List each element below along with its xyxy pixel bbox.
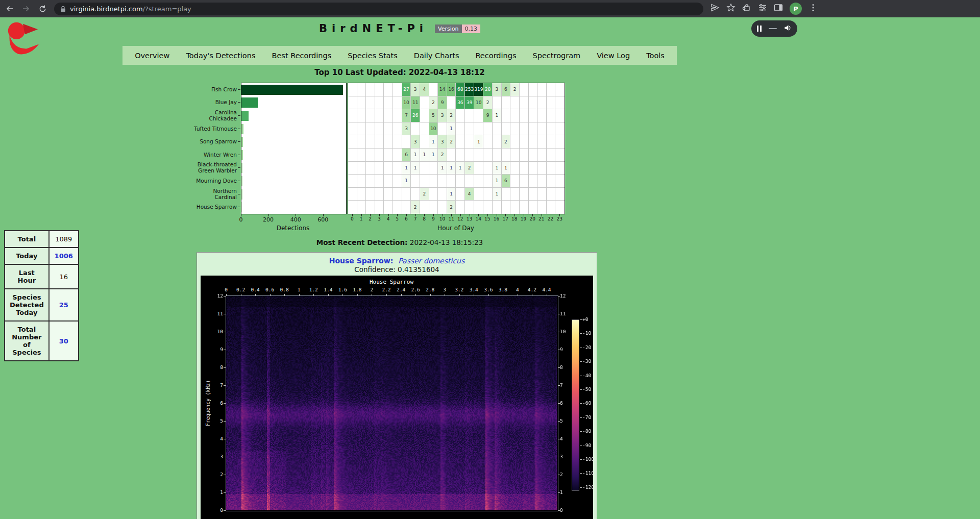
heatmap-cell xyxy=(537,149,547,162)
species-tick xyxy=(238,207,240,207)
spectrogram-freq-tick xyxy=(224,421,226,422)
heatmap-cell xyxy=(529,96,538,110)
spectrogram-colorbar xyxy=(572,319,579,491)
heatmap-cell xyxy=(483,149,493,162)
heatmap-cell xyxy=(555,188,565,201)
audio-player[interactable] xyxy=(751,20,797,37)
heatmap-cell xyxy=(384,83,393,96)
forward-button[interactable] xyxy=(19,2,33,15)
tune-icon[interactable] xyxy=(758,3,767,14)
colorbar-tick xyxy=(580,459,582,460)
spectrogram-time-label: 3.2 xyxy=(455,287,463,292)
spectrogram-freq-label-right: 4 xyxy=(560,436,563,441)
heatmap-cell xyxy=(502,201,511,214)
heatmap-cell: 2 xyxy=(465,162,474,175)
heatmap-cell xyxy=(483,122,493,136)
heatmap-x-tick-label: 17 xyxy=(502,216,508,221)
spectrogram-freq-tick xyxy=(224,492,226,493)
heatmap-cell: 14 xyxy=(438,83,447,96)
bars-x-tick-label: 600 xyxy=(317,216,328,223)
colorbar-tick xyxy=(580,403,582,404)
heatmap-cell xyxy=(456,201,465,214)
extensions-icon[interactable] xyxy=(742,3,751,14)
spectrogram-time-tick xyxy=(226,294,227,296)
send-icon[interactable] xyxy=(710,3,720,14)
spectrogram-time-label: 3.8 xyxy=(499,287,507,292)
volume-icon[interactable] xyxy=(784,24,792,34)
heatmap-cell xyxy=(348,83,357,96)
nav-item-tools[interactable]: Tools xyxy=(638,52,673,60)
heatmap-cell xyxy=(537,201,547,214)
heatmap-cell xyxy=(384,122,393,136)
spectrogram-time-label: 2.2 xyxy=(382,287,390,292)
stats-value[interactable]: 30 xyxy=(49,321,79,361)
stats-label: Species Detected Today xyxy=(5,289,49,321)
nav-item-daily-charts[interactable]: Daily Charts xyxy=(406,52,468,60)
species-label: Mourning Dove xyxy=(190,174,237,187)
heatmap-cell xyxy=(529,83,538,96)
heatmap-cell xyxy=(348,162,357,175)
heatmap-cell xyxy=(493,201,502,214)
nav-item-recordings[interactable]: Recordings xyxy=(467,52,524,60)
heatmap-cell xyxy=(555,149,565,162)
url-text: virginia.birdnetpi.com/?stream=play xyxy=(70,5,191,13)
heatmap-cell xyxy=(366,175,375,188)
spectrogram-time-tick xyxy=(328,294,329,296)
spectrogram-time-label: 0 xyxy=(225,287,228,292)
heatmap-cell xyxy=(366,96,375,110)
heatmap-cell: 3 xyxy=(402,122,411,136)
nav-item-view-log[interactable]: View Log xyxy=(589,52,638,60)
heatmap-cell xyxy=(357,96,366,110)
detections-bar xyxy=(241,176,242,186)
heatmap-cell: 3 xyxy=(438,109,447,122)
heatmap-x-tick-label: 5 xyxy=(396,216,399,221)
heatmap-cell xyxy=(555,122,565,136)
stats-value[interactable]: 1006 xyxy=(49,248,79,264)
species-label: Song Sparrow xyxy=(190,135,237,148)
spectrogram-freq-tick-right xyxy=(558,475,560,475)
heatmap-cell: 1 xyxy=(438,162,447,175)
bookmark-star-icon[interactable] xyxy=(726,3,736,14)
heatmap-cell xyxy=(456,149,465,162)
side-panel-icon[interactable] xyxy=(774,3,783,14)
heatmap-x-tick-label: 6 xyxy=(405,216,408,221)
heatmap-x-tick-label: 3 xyxy=(378,216,381,221)
stats-value[interactable]: 25 xyxy=(49,289,79,321)
heatmap-cell xyxy=(510,188,520,201)
nav-item-spectrogram[interactable]: Spectrogram xyxy=(525,52,589,60)
heatmap-cell xyxy=(438,188,447,201)
audio-progress[interactable] xyxy=(769,28,777,29)
profile-avatar[interactable]: P xyxy=(790,3,802,15)
nav-item-best-recordings[interactable]: Best Recordings xyxy=(264,52,340,60)
heatmap-cell xyxy=(402,201,411,214)
heatmap-cell xyxy=(375,135,384,149)
heatmap-cell xyxy=(384,109,393,122)
heatmap-cell xyxy=(366,109,375,122)
pause-button[interactable] xyxy=(757,26,762,32)
spectrogram-time-label: 2 xyxy=(371,287,374,292)
heatmap-cell xyxy=(393,122,402,136)
heatmap-cell: 10 xyxy=(474,96,483,110)
nav-item-species-stats[interactable]: Species Stats xyxy=(339,52,405,60)
browser-menu-icon[interactable] xyxy=(808,3,818,14)
heatmap-cell xyxy=(393,162,402,175)
species-tick xyxy=(238,89,240,90)
nav-item-today-s-detections[interactable]: Today's Detections xyxy=(178,52,263,60)
spectrogram-freq-tick xyxy=(224,332,226,332)
heatmap-cell xyxy=(384,162,393,175)
nav-item-overview[interactable]: Overview xyxy=(127,52,178,60)
detection-scientific-link[interactable]: Passer domesticus xyxy=(398,257,464,265)
address-bar[interactable]: virginia.birdnetpi.com/?stream=play xyxy=(54,3,703,15)
spectrogram-freq-label: 11 xyxy=(212,311,223,316)
heatmap-cell xyxy=(502,96,511,110)
heatmap-cell xyxy=(537,175,547,188)
spectrogram-time-tick xyxy=(547,294,547,296)
heatmap-cell xyxy=(555,175,565,188)
reload-button[interactable] xyxy=(36,2,49,15)
spectrogram-panel: House Sparrow Frequency (kHz) 00.20.40.6… xyxy=(201,276,593,519)
detection-species-link[interactable]: House Sparrow: xyxy=(329,257,394,265)
back-button[interactable] xyxy=(3,2,16,15)
heatmap-cell xyxy=(429,188,438,201)
heatmap-cell xyxy=(510,96,520,110)
heatmap-cell xyxy=(510,109,520,122)
